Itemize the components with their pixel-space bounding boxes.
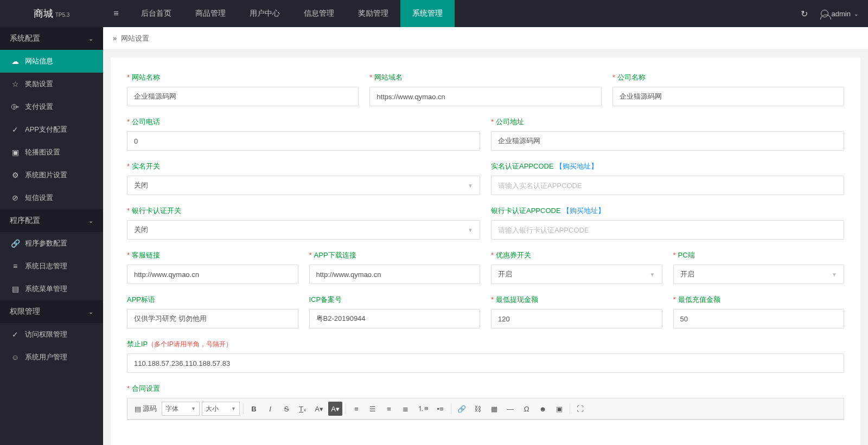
- separator-icon: [451, 403, 451, 414]
- sidebar-item-system-users[interactable]: ☺系统用户管理: [0, 346, 103, 369]
- app-download-input[interactable]: [309, 265, 481, 284]
- label-realname-appcode: 实名认证APPCODE 【购买地址】: [491, 162, 844, 171]
- collapse-sidebar-button[interactable]: ≡: [103, 9, 129, 18]
- min-recharge-input[interactable]: [673, 309, 845, 328]
- phone-input[interactable]: [127, 131, 480, 151]
- sidebar-item-label: 程序参数配置: [25, 238, 67, 248]
- sidebar-item-label: APP支付配置: [25, 125, 67, 134]
- address-input[interactable]: [491, 131, 844, 151]
- logo-sub: TP5.3: [55, 12, 70, 18]
- editor-source-button[interactable]: ▤ 源码: [132, 402, 159, 416]
- label-coupon-switch: *优惠券开关: [491, 250, 662, 260]
- separator-icon: [346, 403, 346, 414]
- site-domain-input[interactable]: [369, 87, 601, 106]
- smiley-icon[interactable]: ☻: [536, 402, 550, 416]
- cloud-icon: ☁: [11, 57, 20, 66]
- sidebar-item-app-payment[interactable]: ✓APP支付配置: [0, 118, 103, 141]
- editor-size-select[interactable]: 大小▼: [202, 402, 240, 416]
- sidebar-group-label: 权限管理: [10, 307, 40, 317]
- align-right-icon[interactable]: ≡: [382, 402, 396, 416]
- sidebar-item-payment[interactable]: ⌱支付设置: [0, 95, 103, 118]
- nav-products[interactable]: 商品管理: [183, 0, 238, 27]
- sidebar-item-reward[interactable]: ☆奖励设置: [0, 73, 103, 95]
- bold-icon[interactable]: B: [247, 402, 261, 416]
- realname-appcode-input[interactable]: [491, 176, 844, 195]
- image-icon: ▣: [11, 148, 20, 157]
- sidebar-item-access[interactable]: ✓访问权限管理: [0, 323, 103, 346]
- kefu-link-input[interactable]: [127, 265, 298, 284]
- coupon-switch-select[interactable]: 开启▼: [491, 265, 662, 284]
- nav-home[interactable]: 后台首页: [129, 0, 183, 27]
- image-icon[interactable]: ▣: [552, 402, 566, 416]
- page-title: 网站设置: [121, 34, 149, 43]
- money-icon: ⌱: [11, 102, 20, 111]
- site-name-input[interactable]: [127, 87, 359, 106]
- editor-font-select[interactable]: 字体▼: [162, 402, 200, 416]
- sidebar-item-system-menu[interactable]: ▤系统菜单管理: [0, 278, 103, 300]
- text-color-icon[interactable]: A▾: [312, 402, 326, 416]
- bank-switch-select[interactable]: 关闭▼: [127, 220, 480, 240]
- label-site-domain: *网站域名: [369, 73, 601, 82]
- realname-switch-select[interactable]: 关闭▼: [127, 176, 480, 195]
- gear-icon: ⚙: [11, 171, 20, 179]
- nav-rewards[interactable]: 奖励管理: [346, 0, 400, 27]
- sidebar-item-system-images[interactable]: ⚙系统图片设置: [0, 164, 103, 186]
- unordered-list-icon[interactable]: •≡: [433, 402, 448, 416]
- label-app-slogan: APP标语: [127, 295, 298, 305]
- align-center-icon[interactable]: ☰: [366, 402, 380, 416]
- italic-icon[interactable]: I: [263, 402, 277, 416]
- link-icon[interactable]: 🔗: [455, 402, 469, 416]
- chevron-down-icon: ⌄: [88, 35, 93, 42]
- label-app-download: *APP下载连接: [309, 250, 481, 260]
- sidebar-group-program-config[interactable]: 程序配置 ⌄: [0, 209, 103, 232]
- bank-buy-link[interactable]: 【购买地址】: [563, 207, 605, 215]
- realname-buy-link[interactable]: 【购买地址】: [556, 162, 598, 170]
- sidebar-item-site-info[interactable]: ☁网站信息: [0, 50, 103, 73]
- company-name-input[interactable]: [612, 87, 844, 106]
- unlink-icon[interactable]: ⛓: [471, 402, 485, 416]
- special-char-icon[interactable]: Ω: [520, 402, 534, 416]
- align-justify-icon[interactable]: ≣: [398, 402, 412, 416]
- sidebar-item-label: 网站信息: [25, 56, 53, 66]
- caret-down-icon: ▼: [650, 272, 655, 278]
- nav-users[interactable]: 用户中心: [238, 0, 292, 27]
- bg-color-icon[interactable]: A▾: [328, 402, 342, 416]
- sidebar-item-carousel[interactable]: ▣轮播图设置: [0, 141, 103, 164]
- ban-ip-input[interactable]: [127, 353, 844, 373]
- sidebar-item-label: 系统菜单管理: [25, 284, 67, 294]
- sidebar-group-label: 系统配置: [10, 34, 40, 43]
- sidebar-item-label: 奖励设置: [25, 79, 53, 89]
- pc-switch-select[interactable]: 开启▼: [673, 265, 845, 284]
- separator-icon: [243, 403, 244, 414]
- caret-down-icon: ▼: [832, 272, 837, 278]
- nav-info[interactable]: 信息管理: [292, 0, 346, 27]
- align-left-icon[interactable]: ≡: [349, 402, 363, 416]
- label-site-name: *网站名称: [127, 73, 359, 82]
- icp-input[interactable]: [309, 309, 481, 328]
- label-contract: *合同设置: [127, 384, 844, 394]
- sidebar-item-sms[interactable]: ⊘短信设置: [0, 186, 103, 209]
- app-slogan-input[interactable]: [127, 309, 298, 328]
- shield-icon: ✓: [11, 330, 20, 339]
- sidebar-group-permission[interactable]: 权限管理 ⌄: [0, 300, 103, 323]
- sidebar-group-label: 程序配置: [10, 216, 40, 225]
- user-menu[interactable]: admin ⌄: [821, 10, 858, 18]
- sidebar-item-program-params[interactable]: 🔗程序参数配置: [0, 232, 103, 255]
- hr-icon[interactable]: —: [503, 402, 518, 416]
- sidebar-item-system-log[interactable]: ≡系统日志管理: [0, 255, 103, 278]
- nav-system[interactable]: 系统管理: [400, 0, 455, 27]
- breadcrumb: » 网站设置: [103, 27, 868, 50]
- refresh-icon[interactable]: ↻: [801, 9, 808, 19]
- separator-icon: [570, 403, 570, 414]
- strike-icon[interactable]: S: [279, 402, 293, 416]
- remove-format-icon[interactable]: Tₓ: [296, 402, 310, 416]
- rich-text-editor: ▤ 源码 字体▼ 大小▼ B I S Tₓ A▾ A▾ ≡ ☰ ≡: [127, 398, 844, 420]
- ordered-list-icon[interactable]: ⒈≡: [414, 402, 431, 416]
- topbar-right: ↻ admin ⌄: [801, 9, 868, 19]
- bank-appcode-input[interactable]: [491, 220, 844, 240]
- sidebar-item-label: 访问权限管理: [25, 330, 67, 339]
- sidebar-group-system-config[interactable]: 系统配置 ⌄: [0, 27, 103, 50]
- min-withdraw-input[interactable]: [491, 309, 662, 328]
- table-icon[interactable]: ▦: [487, 402, 501, 416]
- maximize-icon[interactable]: ⛶: [573, 402, 588, 416]
